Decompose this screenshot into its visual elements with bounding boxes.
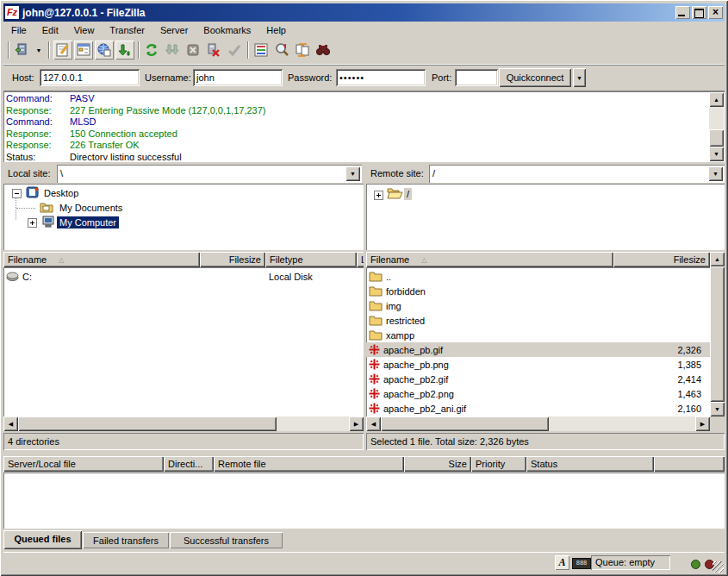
quickconnect-bar: Host: Username: Password: Port: Quickcon…	[3, 65, 725, 91]
find-files-button[interactable]	[314, 41, 333, 59]
expand-toggle[interactable]	[374, 191, 383, 200]
directory-comparison-button[interactable]	[272, 41, 291, 59]
scroll-up-button[interactable]: ▲	[710, 252, 725, 266]
refresh-button[interactable]	[142, 41, 161, 59]
menu-server[interactable]: Server	[152, 23, 196, 37]
title-bar[interactable]: Fz john@127.0.0.1 - FileZilla ×	[3, 3, 725, 22]
menu-help[interactable]: Help	[258, 23, 294, 37]
tree-item-my-documents[interactable]: My Documents	[57, 202, 125, 214]
column-header-filesize[interactable]: Filesize	[200, 252, 265, 267]
menu-view[interactable]: View	[66, 23, 103, 37]
scrollbar-thumb[interactable]	[381, 416, 549, 431]
scroll-up-button[interactable]: ▲	[709, 92, 724, 107]
site-manager-dropdown[interactable]: ▼	[33, 41, 45, 59]
password-input[interactable]	[336, 69, 426, 86]
log-scrollbar[interactable]: ▲ ▼	[709, 92, 724, 161]
remote-folder-row[interactable]: ..	[366, 269, 710, 284]
local-site-combo[interactable]: \ ▼	[57, 165, 362, 183]
tab-queued-files[interactable]: Queued files	[3, 530, 82, 549]
column-header-server-local-file[interactable]: Server/Local file	[3, 456, 164, 472]
filter-button[interactable]	[252, 41, 271, 59]
log-line: Response:226 Transfer OK	[6, 140, 707, 152]
column-header-filetype[interactable]: Filetype	[265, 252, 357, 267]
close-button[interactable]: ×	[708, 6, 723, 19]
arrow-up-icon: ▲	[713, 97, 719, 103]
column-header-filesize[interactable]: Filesize	[613, 252, 710, 267]
synchronized-browsing-button[interactable]	[293, 41, 312, 59]
local-file-row[interactable]: C: Local Disk	[3, 269, 364, 284]
scrollbar-thumb[interactable]	[18, 416, 277, 431]
scroll-down-button[interactable]: ▼	[709, 147, 724, 161]
toggle-local-tree-button[interactable]	[74, 41, 93, 59]
filezilla-window: Fz john@127.0.0.1 - FileZilla × File Edi…	[0, 0, 728, 576]
site-manager-button[interactable]	[12, 41, 31, 59]
scroll-left-button[interactable]: ◀	[3, 416, 18, 431]
scrollbar-thumb[interactable]	[709, 129, 724, 147]
remote-file-row[interactable]: apache_pb2_ani.gif 2,160	[366, 401, 710, 416]
collapse-toggle[interactable]	[12, 189, 22, 198]
column-header-priority[interactable]: Priority	[471, 456, 526, 472]
scroll-right-button[interactable]: ▶	[695, 416, 710, 431]
host-input[interactable]	[40, 69, 140, 86]
cancel-button[interactable]	[184, 41, 202, 59]
data-type-ascii-icon[interactable]: A	[555, 555, 569, 570]
username-input[interactable]	[193, 69, 283, 86]
remote-folder-row[interactable]: restricted	[366, 313, 710, 328]
file-size: 2,160	[607, 404, 710, 414]
remote-folder-row[interactable]: img	[366, 298, 710, 313]
resize-grip[interactable]	[712, 561, 724, 573]
column-header-size[interactable]: Size	[404, 456, 471, 472]
menu-file[interactable]: File	[3, 23, 34, 37]
quickconnect-dropdown[interactable]: ▼	[573, 68, 586, 87]
remote-folder-row[interactable]: xampp	[366, 328, 710, 342]
sort-ascending-icon: △	[59, 256, 64, 264]
scroll-left-button[interactable]: ◀	[366, 416, 381, 431]
tree-item-desktop[interactable]: Desktop	[41, 187, 81, 199]
scroll-right-button[interactable]: ▶	[349, 416, 364, 431]
menu-transfer[interactable]: Transfer	[102, 23, 152, 37]
remote-folder-row[interactable]: forbidden	[366, 284, 710, 298]
expand-toggle[interactable]	[28, 218, 37, 228]
chevron-down-icon: ▼	[712, 171, 719, 177]
menu-edit[interactable]: Edit	[34, 23, 66, 37]
maximize-button[interactable]	[692, 6, 706, 19]
arrow-down-icon: ▼	[714, 406, 720, 412]
menu-bookmarks[interactable]: Bookmarks	[196, 23, 258, 37]
scrollbar-thumb[interactable]	[710, 266, 725, 402]
disconnect-button[interactable]	[204, 41, 223, 59]
scroll-down-button[interactable]: ▼	[710, 402, 725, 416]
toggle-remote-tree-button[interactable]	[95, 41, 114, 59]
toolbar-grip	[8, 41, 9, 59]
column-header-status[interactable]: Status	[526, 456, 654, 472]
speed-limits-icon[interactable]: 888	[572, 558, 591, 569]
remote-list-hscrollbar[interactable]: ◀ ▶	[366, 416, 710, 431]
remote-list-scrollbar[interactable]: ▲ ▼	[710, 252, 725, 416]
column-header-last-modified[interactable]: L	[357, 252, 364, 267]
process-queue-button[interactable]	[163, 41, 182, 59]
local-list-hscrollbar[interactable]: ◀ ▶	[3, 416, 364, 431]
column-header-filename[interactable]: Filename△	[3, 252, 200, 267]
remote-file-row-selected[interactable]: apache_pb.gif 2,326	[366, 342, 710, 357]
log-line: Command:PASV	[6, 93, 707, 105]
remote-file-row[interactable]: apache_pb.png 1,385	[366, 357, 710, 372]
reconnect-button[interactable]	[225, 41, 244, 59]
toggle-log-button[interactable]	[53, 41, 72, 59]
remote-file-row[interactable]: apache_pb2.png 1,463	[366, 386, 710, 401]
column-header-remote-file[interactable]: Remote file	[214, 456, 404, 472]
tree-item-my-computer[interactable]: My Computer	[57, 216, 119, 229]
local-site-combo-arrow[interactable]: ▼	[345, 166, 360, 181]
tab-successful-transfers[interactable]: Successful transfers	[170, 532, 283, 548]
quickconnect-button[interactable]: Quickconnect	[499, 68, 571, 87]
column-header-direction[interactable]: Directi...	[164, 456, 214, 472]
cancel-icon	[185, 42, 201, 58]
tree-item-root[interactable]: /	[404, 188, 412, 200]
minimize-button[interactable]	[675, 6, 690, 19]
remote-site-combo[interactable]: / ▼	[429, 165, 725, 183]
port-input[interactable]	[455, 69, 498, 86]
column-header-filename[interactable]: Filename△	[366, 252, 613, 267]
tab-failed-transfers[interactable]: Failed transfers	[83, 532, 169, 548]
remote-treeview-icon	[96, 42, 112, 58]
remote-file-row[interactable]: apache_pb2.gif 2,414	[366, 372, 710, 386]
toggle-queue-button[interactable]	[115, 41, 134, 59]
remote-site-combo-arrow[interactable]: ▼	[708, 166, 723, 181]
